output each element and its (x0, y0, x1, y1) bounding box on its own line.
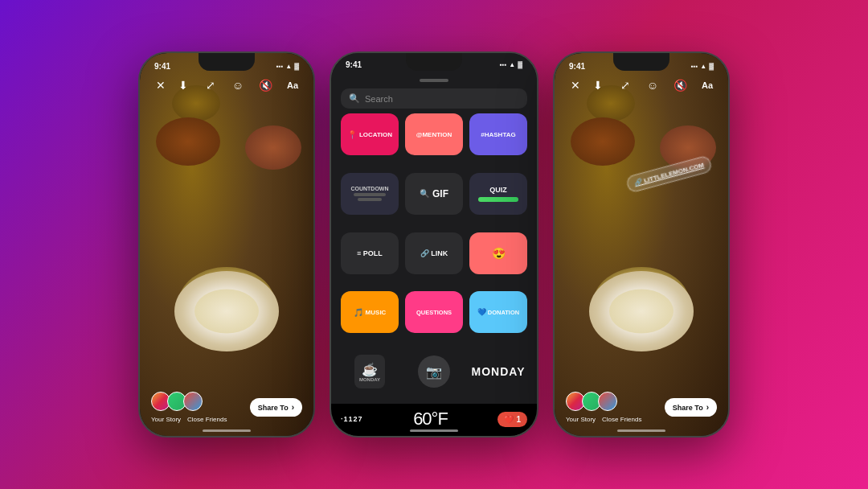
mute-icon-3[interactable]: 🔇 (670, 76, 690, 95)
toolbar-right-3: ⬇ ⤢ ☺ 🔇 Aa (588, 76, 717, 95)
hashtag-label: #HASHTAG (481, 131, 515, 138)
your-story-label-1: Your Story (151, 416, 181, 423)
sticker-gif[interactable]: 🔍 GIF (405, 173, 463, 215)
music-label: MUSIC (366, 309, 387, 316)
phone-3: 🔗 LITTLELEMON.COM 9:41 ▪▪▪ ▲ ▓ ✕ ⬇ ⤢ ☺ 🔇… (553, 51, 730, 438)
story-bottom-3: Your Story Close Friends Share To › (555, 392, 728, 423)
heart-badge[interactable]: ❤️ 1 (497, 412, 527, 427)
gif-label: GIF (432, 188, 448, 199)
sticker-location[interactable]: 📍 LOCATION (341, 113, 399, 155)
sticker-mention[interactable]: @MENTION (405, 113, 463, 155)
poll-label: ≡ POLL (357, 249, 383, 257)
status-icons-2: ▪▪▪ ▲ ▓ (500, 61, 522, 68)
sticker-hashtag[interactable]: #HASHTAG (469, 113, 527, 155)
sticker-emoji-slider[interactable]: 😍 (469, 232, 527, 274)
sticker-countdown[interactable]: COUNTDOWN (341, 173, 399, 215)
search-icon: 🔍 (349, 93, 360, 104)
panel-handle (420, 79, 448, 82)
close-icon-3[interactable]: ✕ (566, 76, 585, 95)
bottom-labels-1: Your Story Close Friends (151, 416, 227, 423)
location-icon: 📍 (347, 130, 357, 139)
battery-icon-2: ▓ (518, 61, 522, 68)
story-bottom-1: Your Story Close Friends Share To › (140, 392, 313, 423)
story-toolbar-1: ✕ ⬇ ⤢ ☺ 🔇 Aa (140, 76, 313, 95)
face-icon-3[interactable]: ☺ (643, 76, 662, 95)
toolbar-right-1: ⬇ ⤢ ☺ 🔇 Aa (174, 76, 302, 95)
countdown-label: COUNTDOWN (350, 186, 388, 191)
sticker-search-bar[interactable]: 🔍 Search (341, 88, 527, 109)
story-avatars-labels-1: Your Story Close Friends (151, 392, 227, 423)
status-bar-2: 9:41 ▪▪▪ ▲ ▓ (331, 53, 537, 72)
battery-icon-1: ▓ (294, 63, 299, 70)
status-icons-1: ▪▪▪ ▲ ▓ (276, 63, 299, 70)
status-bar-3: 9:41 ▪▪▪ ▲ ▓ (555, 56, 728, 76)
home-indicator-1 (203, 429, 251, 432)
monday-sticker-card: ☕ MONDAY (354, 355, 385, 388)
expand-icon-1[interactable]: ⤢ (201, 76, 220, 95)
text-icon-3[interactable]: Aa (698, 76, 717, 95)
donation-icon: 💙 (477, 308, 486, 316)
share-to-label-1: Share To (258, 404, 289, 412)
wifi-icon-1: ▲ (285, 63, 292, 70)
text-icon-1[interactable]: Aa (283, 76, 302, 95)
countdown-bar (354, 193, 386, 196)
your-story-label-3: Your Story (566, 416, 596, 423)
quiz-label: QUIZ (489, 186, 507, 194)
sticker-music[interactable]: 🎵 MUSIC (341, 291, 399, 333)
status-icons-3: ▪▪▪ ▲ ▓ (691, 63, 714, 70)
close-icon-1[interactable]: ✕ (151, 76, 170, 95)
music-icon: 🎵 (354, 308, 363, 317)
sticker-donation[interactable]: 💙 DONATION (469, 291, 527, 333)
sticker-camera-btn[interactable]: 📷 (405, 351, 463, 392)
link-label: 🔗 LINK (420, 249, 448, 257)
sticker-link[interactable]: 🔗 LINK (405, 232, 463, 274)
story-avatars-labels-3: Your Story Close Friends (566, 392, 641, 423)
sticker-monday[interactable]: ☕ MONDAY (341, 351, 399, 392)
expand-icon-3[interactable]: ⤢ (616, 76, 635, 95)
share-to-button-1[interactable]: Share To › (250, 398, 302, 417)
heart-count: 1 (516, 415, 521, 424)
time-1: 9:41 (154, 62, 170, 71)
status-bar-1: 9:41 ▪▪▪ ▲ ▓ (140, 56, 313, 76)
sticker-poll[interactable]: ≡ POLL (341, 232, 399, 274)
story-toolbar-3: ✕ ⬇ ⤢ ☺ 🔇 Aa (555, 76, 728, 95)
heart-icon: ❤️ (504, 415, 514, 424)
temp-text: 60°F (413, 409, 448, 429)
phone-1: 9:41 ▪▪▪ ▲ ▓ ✕ ⬇ ⤢ ☺ 🔇 Aa (138, 51, 315, 438)
signal-icon-1: ▪▪▪ (276, 63, 284, 70)
wifi-icon-3: ▲ (700, 63, 706, 70)
time-2: 9:41 (346, 60, 362, 69)
home-indicator-2 (410, 429, 458, 432)
emoji-icon: 😍 (492, 247, 506, 260)
gif-search-icon: 🔍 (420, 189, 429, 198)
mute-icon-1[interactable]: 🔇 (256, 76, 275, 95)
sticker-day[interactable]: MONDAY (469, 351, 527, 392)
location-label: LOCATION (359, 131, 392, 138)
monday-emoji: ☕ (362, 362, 378, 377)
search-placeholder: Search (365, 94, 393, 104)
signal-icon-2: ▪▪▪ (500, 61, 507, 68)
time-3: 9:41 (569, 62, 585, 71)
home-indicator-3 (617, 429, 665, 432)
quiz-bar (478, 197, 518, 202)
download-icon-3[interactable]: ⬇ (588, 76, 608, 95)
sticker-grid: 📍 LOCATION @MENTION #HASHTAG COUNTDOWN 🔍 (331, 113, 537, 404)
share-to-button-3[interactable]: Share To › (665, 398, 717, 417)
monday-text: MONDAY (359, 377, 380, 382)
phone-2: 9:41 ▪▪▪ ▲ ▓ 🔍 Search 📍 LOCATION (330, 51, 538, 438)
camera-icon: 📷 (418, 355, 450, 388)
sticker-questions[interactable]: QUESTIONS (405, 291, 463, 333)
share-to-label-3: Share To (673, 404, 703, 412)
face-icon-1[interactable]: ☺ (228, 76, 248, 95)
mention-label: @MENTION (416, 131, 452, 138)
download-icon-1[interactable]: ⬇ (174, 76, 193, 95)
sticker-quiz[interactable]: QUIZ (469, 173, 527, 215)
avatar-extra-1 (183, 392, 203, 411)
countdown-bar2 (358, 198, 382, 201)
signal-icon-3: ▪▪▪ (691, 63, 698, 70)
counter-text: ·1127 (341, 415, 363, 423)
sticker-panel: 9:41 ▪▪▪ ▲ ▓ 🔍 Search 📍 LOCATION (331, 53, 537, 436)
battery-icon-3: ▓ (709, 63, 714, 70)
donation-label: DONATION (488, 309, 519, 316)
close-friends-label-3: Close Friends (602, 416, 641, 423)
